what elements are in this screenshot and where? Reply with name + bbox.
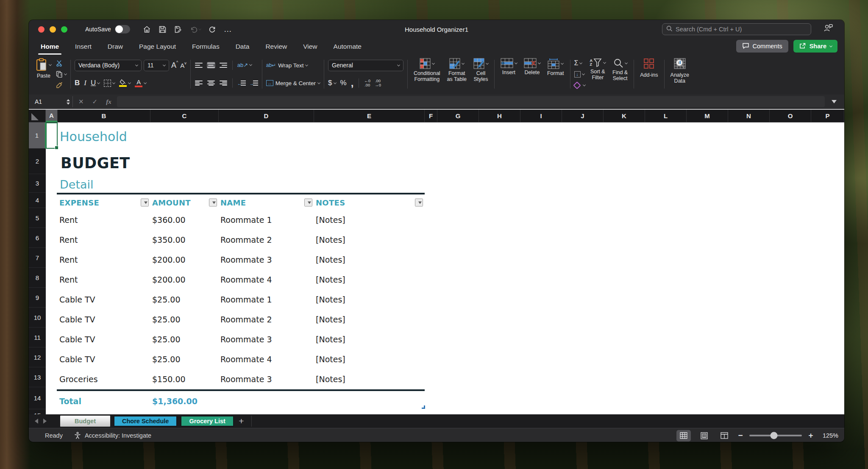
row-header-1[interactable]: 1 bbox=[29, 122, 46, 149]
format-painter-button[interactable] bbox=[56, 80, 67, 90]
home-icon[interactable] bbox=[143, 25, 151, 33]
worksheet[interactable]: Household BUDGET Detail EXPENSE AMOUNT N… bbox=[46, 122, 844, 414]
row-header-14[interactable]: 14 bbox=[29, 387, 46, 409]
cancel-icon[interactable]: ✕ bbox=[75, 98, 87, 105]
underline-button[interactable]: U bbox=[91, 79, 100, 87]
table-resize-handle[interactable] bbox=[422, 405, 425, 409]
save-as-icon[interactable] bbox=[174, 25, 182, 33]
column-header-b[interactable]: B bbox=[58, 110, 150, 122]
name-box[interactable]: A1 bbox=[32, 96, 73, 107]
row-header-3[interactable]: 3 bbox=[29, 174, 46, 193]
table-row[interactable]: Cable TV$25.00Roommate 1[Notes] bbox=[58, 289, 425, 309]
add-ins-button[interactable]: Add-ins bbox=[638, 57, 660, 91]
enter-icon[interactable]: ✓ bbox=[89, 98, 101, 105]
undo-icon[interactable] bbox=[190, 26, 201, 33]
orientation-button[interactable]: ab↗ bbox=[237, 62, 252, 68]
align-left-button[interactable] bbox=[195, 80, 203, 86]
insert-function-icon[interactable]: fx bbox=[103, 98, 114, 105]
redo-icon[interactable] bbox=[209, 25, 216, 33]
column-header-i[interactable]: I bbox=[520, 110, 562, 122]
row-header-11[interactable]: 11 bbox=[29, 327, 46, 347]
tab-page-layout[interactable]: Page Layout bbox=[138, 41, 177, 52]
tab-insert[interactable]: Insert bbox=[74, 41, 92, 52]
table-row[interactable]: Rent$360.00Roommate 1[Notes] bbox=[58, 210, 425, 230]
paste-button[interactable]: Paste bbox=[34, 57, 53, 91]
column-header-f[interactable]: F bbox=[425, 110, 437, 122]
total-row[interactable]: Total $1,360.00 bbox=[58, 391, 219, 412]
zoom-in-button[interactable]: + bbox=[808, 431, 814, 440]
page-layout-view-button[interactable] bbox=[697, 430, 711, 441]
column-header-l[interactable]: L bbox=[645, 110, 687, 122]
table-row[interactable]: Cable TV$25.00Roommate 3[Notes] bbox=[58, 329, 425, 349]
filter-button-notes[interactable] bbox=[415, 199, 423, 207]
zoom-slider-thumb[interactable] bbox=[771, 432, 778, 439]
column-header-m[interactable]: M bbox=[687, 110, 728, 122]
percent-format-button[interactable]: % bbox=[340, 79, 347, 87]
minimize-window-button[interactable] bbox=[50, 26, 56, 33]
align-right-button[interactable] bbox=[219, 80, 228, 86]
name-box-stepper[interactable] bbox=[67, 99, 70, 105]
sheet-tab-chore-schedule[interactable]: Chore Schedule bbox=[114, 416, 177, 427]
zoom-slider[interactable] bbox=[749, 435, 802, 436]
delete-cells-button[interactable]: Delete bbox=[522, 57, 542, 91]
copy-button[interactable] bbox=[56, 69, 67, 79]
analyze-data-button[interactable]: Analyze Data bbox=[668, 57, 691, 91]
tab-draw[interactable]: Draw bbox=[107, 41, 124, 52]
table-row[interactable]: Cable TV$25.00Roommate 4[Notes] bbox=[58, 349, 425, 369]
format-as-table-button[interactable]: Format as Table bbox=[445, 57, 469, 91]
fill-color-button[interactable] bbox=[119, 79, 131, 87]
autosum-button[interactable]: Σ bbox=[574, 58, 585, 68]
people-presence-icon[interactable] bbox=[823, 23, 833, 34]
find-select-button[interactable]: Find & Select bbox=[610, 57, 630, 91]
normal-view-button[interactable] bbox=[676, 430, 691, 441]
column-header-n[interactable]: N bbox=[728, 110, 770, 122]
share-button[interactable]: Share bbox=[793, 40, 837, 53]
tab-home[interactable]: Home bbox=[40, 41, 60, 52]
clear-button[interactable] bbox=[574, 80, 585, 90]
more-commands-icon[interactable]: … bbox=[224, 25, 232, 34]
table-row[interactable]: Rent$200.00Roommate 3[Notes] bbox=[58, 250, 425, 269]
bold-button[interactable]: B bbox=[75, 79, 80, 87]
row-header-12[interactable]: 12 bbox=[29, 347, 46, 367]
merge-center-button[interactable]: ↔ Merge & Center bbox=[266, 75, 320, 91]
column-header-p[interactable]: P bbox=[811, 110, 844, 122]
save-icon[interactable] bbox=[159, 25, 167, 33]
zoom-window-button[interactable] bbox=[61, 26, 67, 33]
column-header-j[interactable]: J bbox=[562, 110, 604, 122]
align-middle-button[interactable] bbox=[207, 62, 215, 69]
column-header-d[interactable]: D bbox=[219, 110, 314, 122]
increase-indent-button[interactable] bbox=[250, 80, 258, 86]
borders-button[interactable] bbox=[104, 80, 115, 87]
table-row[interactable]: Cable TV$25.00Roommate 2[Notes] bbox=[58, 309, 425, 329]
currency-format-button[interactable]: $ bbox=[328, 79, 336, 87]
row-header-13[interactable]: 13 bbox=[29, 367, 46, 387]
accessibility-status[interactable]: Accessibility: Investigate bbox=[74, 432, 151, 439]
row-header-7[interactable]: 7 bbox=[29, 248, 46, 268]
autosave-toggle[interactable] bbox=[115, 25, 130, 33]
column-header-g[interactable]: G bbox=[437, 110, 479, 122]
font-color-button[interactable]: A bbox=[135, 79, 146, 87]
row-header-6[interactable]: 6 bbox=[29, 228, 46, 248]
fill-button[interactable]: ↓ bbox=[574, 69, 585, 79]
sheet-tab-grocery-list[interactable]: Grocery List bbox=[181, 416, 234, 427]
grow-font-button[interactable]: A^ bbox=[171, 61, 178, 70]
column-header-a[interactable]: A bbox=[46, 110, 58, 122]
column-header-h[interactable]: H bbox=[479, 110, 520, 122]
column-header-o[interactable]: O bbox=[770, 110, 811, 122]
row-header-10[interactable]: 10 bbox=[29, 308, 46, 327]
column-header-c[interactable]: C bbox=[150, 110, 219, 122]
increase-decimal-button[interactable]: ←0 .00 bbox=[364, 79, 370, 87]
format-cells-button[interactable]: Format bbox=[545, 57, 566, 91]
row-header-2[interactable]: 2 bbox=[29, 149, 46, 174]
tab-automate[interactable]: Automate bbox=[333, 41, 362, 52]
page-break-view-button[interactable] bbox=[717, 430, 732, 441]
comments-button[interactable]: Comments bbox=[736, 40, 788, 53]
decrease-decimal-button[interactable]: .00 →0 bbox=[375, 79, 381, 87]
zoom-out-button[interactable]: − bbox=[737, 431, 743, 440]
column-header-k[interactable]: K bbox=[604, 110, 645, 122]
row-header-5[interactable]: 5 bbox=[29, 208, 46, 228]
formula-input[interactable] bbox=[117, 96, 825, 107]
number-format-select[interactable]: General bbox=[328, 60, 403, 71]
table-row[interactable]: Rent$200.00Roommate 4[Notes] bbox=[58, 269, 425, 289]
selected-cell-a1[interactable] bbox=[46, 122, 58, 149]
